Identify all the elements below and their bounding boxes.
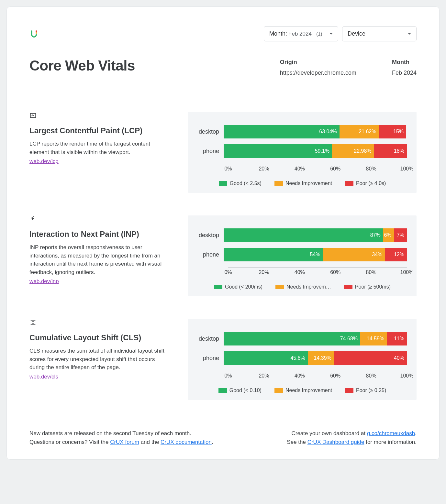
bar-area: 63.04%21.62%15%	[224, 125, 407, 138]
bar-area: 45.8%14.39%40%	[224, 351, 407, 365]
legend-good: Good (< 200ms)	[214, 284, 262, 290]
legend-poor: Poor (≥ 4.0s)	[345, 181, 386, 186]
segment-poor: 12%	[385, 248, 407, 261]
legend-label: Poor (≥ 4.0s)	[356, 181, 386, 186]
legend: Good (< 200ms)Needs Improvem…Poor (≥ 500…	[198, 284, 407, 290]
month-block: Month Feb 2024	[392, 59, 417, 76]
cls-icon	[29, 319, 169, 327]
legend-poor: Poor (≥ 0.25)	[345, 388, 386, 393]
segment-needs-improvement: 6%	[383, 228, 394, 242]
segment-poor: 40%	[334, 351, 407, 365]
segment-poor: 7%	[394, 228, 407, 242]
segment-good: 45.8%	[224, 351, 308, 365]
chevron-down-icon	[408, 33, 411, 35]
month-dropdown-count: (1)	[316, 31, 322, 37]
segment-value: 21.62%	[359, 129, 376, 135]
legend-good: Good (< 2.5s)	[219, 181, 262, 186]
segment-value: 59.1%	[315, 148, 329, 154]
header-row: Core Web Vitals Origin https://developer…	[29, 58, 417, 76]
bar-category-label: desktop	[198, 232, 224, 239]
bar-row: phone45.8%14.39%40%	[198, 351, 407, 365]
bar-stack: 87%6%7%	[224, 228, 407, 242]
bar-stack: 74.68%14.59%11%	[224, 332, 407, 345]
legend-needs-improvement: Needs Improvement	[274, 181, 332, 186]
chromeuxdash-link[interactable]: g.co/chromeuxdash	[367, 430, 415, 436]
lcp-link[interactable]: web.dev/lcp	[29, 158, 59, 164]
device-dropdown[interactable]: Device	[342, 26, 417, 41]
footer-text: Create your own dashboard at g.co/chrome…	[213, 429, 417, 438]
lcp-section: Largest Contentful Paint (LCP)LCP report…	[29, 112, 417, 193]
bar-stack: 59.1%22.98%18%	[224, 144, 407, 158]
axis-tick: 0%	[224, 166, 232, 172]
lcp-desc-text: LCP reports the render time of the large…	[29, 140, 169, 156]
cls-section: Cumulative Layout Shift (CLS)CLS measure…	[29, 319, 417, 400]
legend-label: Poor (≥ 500ms)	[355, 284, 391, 290]
bar-area: 87%6%7%	[224, 228, 407, 242]
bar-row: phone59.1%22.98%18%	[198, 144, 407, 158]
legend: Good (< 0.10)Needs ImprovementPoor (≥ 0.…	[198, 388, 407, 393]
svg-point-1	[31, 217, 32, 218]
segment-value: 14.59%	[367, 336, 384, 342]
crux-forum-link[interactable]: CrUX forum	[110, 439, 139, 445]
page-title: Core Web Vitals	[29, 58, 280, 76]
topbar: Month: Feb 2024 (1) Device	[29, 26, 417, 41]
crux-logo-icon	[29, 29, 39, 38]
segment-value: 34%	[372, 252, 382, 257]
legend: Good (< 2.5s)Needs ImprovementPoor (≥ 4.…	[198, 181, 407, 186]
legend-label: Good (< 200ms)	[225, 284, 262, 290]
cls-chart: desktop74.68%14.59%11%phone45.8%14.39%40…	[188, 319, 417, 400]
bar-area: 54%34%12%	[224, 248, 407, 261]
segment-value: 45.8%	[290, 355, 305, 361]
axis-tick: 20%	[259, 269, 269, 275]
month-dropdown-label: Month	[269, 30, 285, 37]
dashboard-guide-link[interactable]: CrUX Dashboard guide	[307, 439, 364, 445]
legend-good: Good (< 0.10)	[218, 388, 262, 393]
footer-text: Questions or concerns? Visit the CrUX fo…	[29, 438, 213, 446]
device-dropdown-label: Device	[348, 30, 365, 37]
axis-tick: 80%	[366, 166, 376, 172]
axis-tick: 20%	[259, 166, 269, 172]
bar-category-label: phone	[198, 148, 224, 155]
dashboard-card: Month: Feb 2024 (1) Device Core Web Vita…	[6, 6, 440, 460]
bar-category-label: desktop	[198, 128, 224, 135]
segment-needs-improvement: 34%	[323, 248, 385, 261]
origin-value: https://developer.chrome.com	[280, 70, 356, 76]
bar-category-label: desktop	[198, 335, 224, 342]
footer-text: New datasets are released on the second …	[29, 429, 213, 438]
month-dropdown-value: Feb 2024	[288, 31, 312, 37]
legend-needs-improvement: Needs Improvem…	[275, 284, 331, 290]
axis-tick: 40%	[295, 166, 305, 172]
inp-desc-text: INP reports the overall responsiveness t…	[29, 243, 169, 276]
inp-link[interactable]: web.dev/inp	[29, 278, 59, 284]
chevron-down-icon	[329, 33, 333, 35]
legend-label: Needs Improvement	[285, 181, 332, 186]
bar-row: desktop74.68%14.59%11%	[198, 332, 407, 345]
swatch-poor-icon	[344, 285, 352, 289]
axis-tick: 100%	[400, 373, 414, 379]
segment-value: 87%	[370, 232, 381, 238]
segment-value: 54%	[310, 252, 320, 257]
axis-tick: 60%	[330, 166, 340, 172]
header-meta: Origin https://developer.chrome.com Mont…	[280, 58, 417, 76]
segment-value: 7%	[397, 232, 404, 238]
month-dropdown[interactable]: Month: Feb 2024 (1)	[264, 26, 338, 41]
segment-value: 14.39%	[314, 355, 331, 361]
axis-tick: 40%	[295, 373, 305, 379]
swatch-ni-icon	[275, 285, 284, 289]
segment-poor: 15%	[379, 125, 406, 138]
legend-needs-improvement: Needs Improvement	[274, 388, 332, 393]
axis-tick: 20%	[259, 373, 269, 379]
segment-good: 54%	[224, 248, 323, 261]
segment-value: 12%	[394, 252, 404, 257]
legend-poor: Poor (≥ 500ms)	[344, 284, 391, 290]
segment-needs-improvement: 14.59%	[360, 332, 387, 345]
axis-tick: 0%	[224, 373, 232, 379]
lcp-title: Largest Contentful Paint (LCP)	[29, 126, 169, 135]
axis-tick: 40%	[295, 269, 305, 275]
crux-docs-link[interactable]: CrUX documentation	[161, 439, 212, 445]
axis-tick: 0%	[224, 269, 232, 275]
axis-tick: 80%	[366, 373, 376, 379]
axis-tick: 100%	[400, 269, 414, 275]
origin-block: Origin https://developer.chrome.com	[280, 59, 356, 76]
cls-link[interactable]: web.dev/cls	[29, 374, 58, 380]
